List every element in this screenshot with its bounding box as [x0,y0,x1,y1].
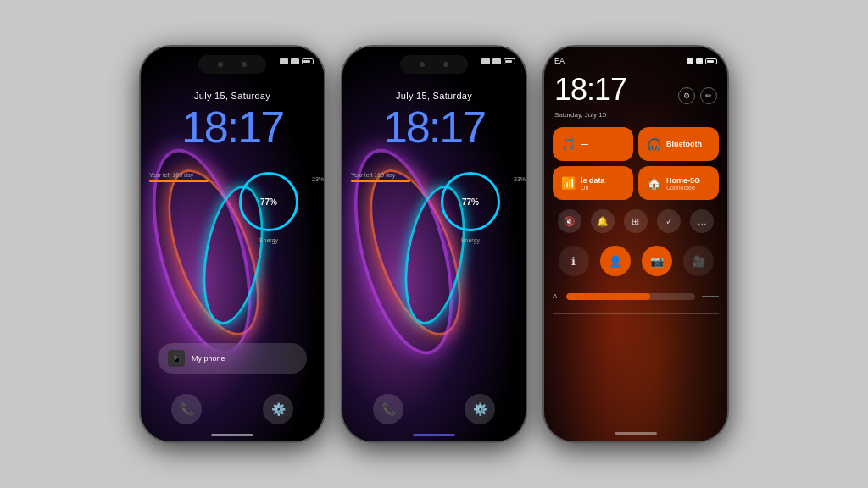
phone1-bottom-actions: 📞 ⚙️ [141,394,324,424]
phone3-tile-bluetooth[interactable]: 🎧 Bluetooth [638,127,719,161]
phone3-status-left: EA [554,57,565,65]
phone2-circle-widget: 77% Energy [441,172,500,231]
phone1-circle-pct: 77% [260,197,277,207]
phone2-time: 18:17 [342,102,526,152]
phone2-call-button[interactable]: 📞 [373,394,403,424]
phone1-phone-icon: 📱 [171,354,181,363]
phone3-status-right [687,58,717,64]
di-dot-right [242,62,247,67]
phone2-di-dot-left [420,62,425,67]
phone3-data-name: le data [581,176,605,185]
phone2-year-bar [351,180,410,182]
phone3-wifi-text: Home-5G Connected [666,176,700,191]
phone2-date: July 15, Saturday [342,91,526,101]
phone3-edit-icon[interactable]: ✏ [700,87,717,104]
phone3-tiles: 🎵 — 🎧 Bluetooth 📶 le data On 🏠 [553,127,719,200]
phone1-time: 18:17 [141,102,324,152]
phone3-settings-icon[interactable]: ⚙ [678,87,695,104]
phone2-settings-button[interactable]: ⚙️ [465,394,495,424]
phone2-battery-icon [504,58,515,64]
signal-icon [280,58,288,64]
phone3-time-icons: ⚙ ✏ [678,87,717,104]
phone3-brightness-fill [566,293,650,300]
phone3-music-icon: 🎵 [561,137,576,151]
phone3-wifi-name: Home-5G [666,176,700,185]
phone1-phone-widget: 📱 My phone [158,343,307,374]
phone3-data-sub: On [581,185,605,191]
phone3-time: 18:17 [554,72,626,108]
phone1-home-indicator [211,434,253,436]
phone3-music-name: — [581,140,588,148]
phone1-side-right1 [324,131,326,157]
phone2-year-widget: Year left 169 day [351,172,436,182]
phone2: July 15, Saturday 18:17 Year left 169 da… [341,45,527,443]
phone3-status-bar: EA [544,47,727,70]
phone3-check-button[interactable]: ✓ [657,209,681,233]
phone3-side-right2 [727,169,729,195]
phone3-wifi-tile-icon: 🏠 [647,176,661,190]
phone1-year-bar [149,180,209,182]
phone1-icon-box: 📱 [168,350,185,367]
phone1-side-right2 [324,169,326,195]
phone1-dynamic-island [198,55,266,74]
phone3-bluetooth-text: Bluetooth [666,140,702,148]
phone3: EA 18:17 Saturday, July 15 ⚙ ✏ 🎵 — [542,45,729,443]
phone2-dynamic-island [400,55,468,74]
phone3-grid-button[interactable]: ⊞ [624,209,648,233]
phone2-circle-container: 77% Energy 23% [441,172,500,231]
phone3-brightness-label: A [553,292,559,300]
wifi-icon [291,58,299,64]
phone1-call-button[interactable]: 📞 [171,394,202,424]
phone3-camera-button[interactable]: 📷 [642,246,672,276]
phone3-brightness-track[interactable] [566,293,695,300]
phone2-year-label: Year left 169 day [351,172,436,178]
phone2-circle-inner: 77% [441,172,500,231]
di-dot-left [218,62,223,67]
phone1-year-widget: Year left 169 day [149,172,234,182]
main-container: July 15, Saturday 18:17 Year left 169 da… [0,0,868,488]
phone3-data-text: le data On [581,176,605,191]
phone3-video-button[interactable]: 🎥 [683,246,714,276]
phone3-info-button[interactable]: ℹ [559,246,589,276]
phone3-more-button[interactable]: … [690,209,714,233]
phone2-circle-pct: 77% [462,197,479,207]
phone3-date: Saturday, July 15 [554,111,626,119]
phone3-wifi-icon [696,58,703,64]
phone3-side-right1 [727,131,729,157]
phone1-status-icons [280,58,314,64]
phone2-side-right2 [526,169,527,195]
phone3-divider [553,313,719,314]
phone2-side-right1 [526,131,527,157]
phone2-status-icons [481,58,515,64]
phone1-day-pct: 23% [312,176,324,182]
phone1-circle-inner: 77% [239,172,298,231]
phone1: July 15, Saturday 18:17 Year left 169 da… [139,45,326,443]
phone3-data-icon: 📶 [561,176,576,190]
phone1-settings-button[interactable]: ⚙️ [263,394,293,424]
phone3-home-indicator [615,432,657,435]
phone3-brightness-end [702,296,719,297]
phone1-phone-label: My phone [192,354,225,363]
phone3-user-button[interactable]: 👤 [600,246,631,276]
phone3-battery-icon [705,58,717,64]
phone2-di-dot-right [443,62,448,67]
phone2-signal-icon [481,58,490,64]
phone3-brightness-row: A [553,292,719,300]
phone3-time-row: 18:17 Saturday, July 15 ⚙ ✏ [554,72,717,119]
phone3-bluetooth-icon: 🎧 [647,137,661,151]
phone3-media-row: ℹ 👤 📷 🎥 [553,246,719,276]
phone1-widgets: Year left 169 day 77% Energy 23% [149,172,315,231]
phone3-mute-button[interactable]: 🔇 [558,209,581,233]
phone3-notify-button[interactable]: 🔔 [591,209,615,233]
phone2-bottom-actions: 📞 ⚙️ [342,394,526,424]
phone3-tile-wifi[interactable]: 🏠 Home-5G Connected [638,166,719,200]
phone2-home-indicator [413,434,455,436]
phone3-tile-data[interactable]: 📶 le data On [553,166,633,200]
battery-icon [302,58,314,64]
phone2-energy-label: Energy [461,237,480,243]
phone3-bluetooth-name: Bluetooth [666,140,702,148]
phone2-day-pct: 23% [514,176,526,182]
phone3-music-text: — [581,140,588,148]
phone3-quick-row: 🔇 🔔 ⊞ ✓ … [553,209,719,233]
phone3-tile-music[interactable]: 🎵 — [553,127,633,161]
